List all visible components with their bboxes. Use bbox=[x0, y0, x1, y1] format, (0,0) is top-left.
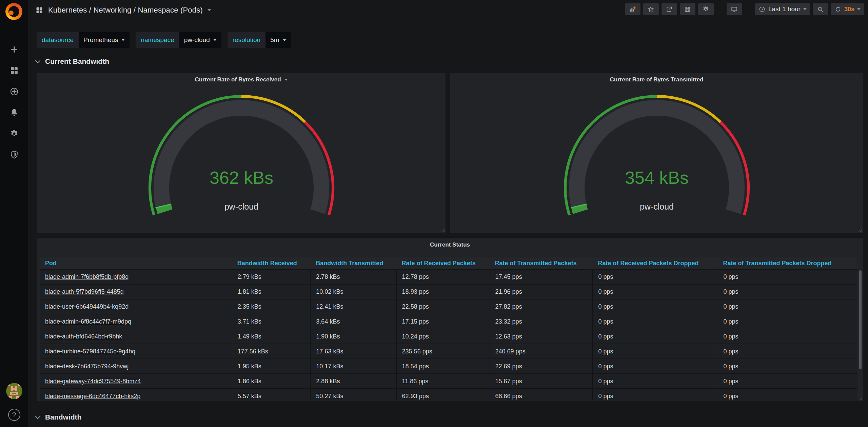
pod-cell: blade-admin-6f8c44c7f7-m9dpq bbox=[40, 314, 232, 329]
pod-link[interactable]: blade-message-6dc46477cb-hks2p bbox=[45, 393, 140, 400]
variable-datasource-select[interactable]: Prometheus bbox=[79, 32, 130, 48]
table-row: blade-desk-7b6475b794-9hvwj1.95 kBs10.17… bbox=[40, 359, 857, 374]
dashboard-settings-button[interactable] bbox=[698, 3, 714, 15]
sidebar-item-create[interactable] bbox=[9, 45, 19, 54]
save-button[interactable] bbox=[680, 3, 695, 15]
value-cell: 0 pps bbox=[718, 374, 858, 389]
value-cell: 2.78 kBs bbox=[310, 270, 396, 285]
panel-resize-handle[interactable] bbox=[441, 228, 445, 232]
grafana-logo-icon[interactable] bbox=[5, 3, 22, 20]
sidebar-item-server-admin[interactable] bbox=[9, 150, 19, 159]
value-cell: 235.56 pps bbox=[396, 344, 490, 359]
column-header[interactable]: Bandwidth Received bbox=[232, 257, 311, 270]
panel-title[interactable]: Current Rate of Bytes Transmitted bbox=[450, 73, 863, 85]
value-cell: 0 pps bbox=[718, 389, 858, 401]
panel-title[interactable]: Current Rate of Bytes Received bbox=[37, 73, 446, 85]
variable-resolution-label: resolution bbox=[228, 32, 265, 48]
panel-title[interactable]: Current Status bbox=[37, 238, 863, 250]
pod-link[interactable]: blade-turbine-579847745c-9g4hq bbox=[45, 348, 135, 355]
value-cell: 0 pps bbox=[718, 270, 858, 285]
sidebar-item-dashboards[interactable] bbox=[9, 66, 19, 75]
gauge-track bbox=[577, 108, 737, 212]
grafana-dashboard: ? Kubernetes / Networking / Namespace (P… bbox=[0, 0, 868, 427]
pod-link[interactable]: blade-auth-bfd6464bd-r9bhk bbox=[45, 333, 122, 340]
alerting-bell-icon bbox=[9, 108, 19, 117]
refresh-interval-label[interactable]: 30s bbox=[844, 6, 854, 13]
table-row: blade-message-6dc46477cb-hks2p5.57 kBs50… bbox=[40, 389, 857, 401]
column-header[interactable]: Rate of Transmitted Packets Dropped bbox=[718, 257, 858, 270]
share-icon bbox=[666, 6, 673, 13]
value-cell: 22.69 pps bbox=[490, 359, 593, 374]
dashboards-grid-icon bbox=[9, 66, 19, 75]
value-cell: 17.45 pps bbox=[490, 270, 593, 285]
tv-monitor-icon bbox=[731, 6, 738, 13]
gauge-value-arc bbox=[579, 206, 580, 212]
section-title: Current Bandwidth bbox=[45, 57, 109, 65]
pod-link[interactable]: blade-admin-7f6bb8f5db-pfp8q bbox=[45, 273, 129, 280]
panel-title-text: Current Status bbox=[430, 241, 470, 248]
pod-link[interactable]: blade-admin-6f8c44c7f7-m9dpq bbox=[45, 318, 131, 325]
refresh-interval-caret-icon[interactable] bbox=[857, 8, 861, 10]
value-cell: 0 pps bbox=[718, 329, 858, 344]
value-cell: 21.96 pps bbox=[490, 285, 593, 299]
pod-cell: blade-message-6dc46477cb-hks2p bbox=[40, 389, 232, 401]
value-cell: 1.49 kBs bbox=[232, 329, 311, 344]
panel-menu-caret-icon[interactable] bbox=[284, 79, 288, 81]
sidebar-item-explore[interactable] bbox=[9, 87, 19, 96]
value-cell: 3.71 kBs bbox=[232, 314, 311, 329]
sidebar-item-configuration[interactable] bbox=[9, 129, 19, 138]
variable-resolution-select[interactable]: 5m bbox=[265, 32, 291, 48]
refresh-button[interactable]: 30s bbox=[831, 3, 864, 15]
title-caret-icon[interactable] bbox=[208, 9, 211, 11]
pod-link[interactable]: blade-desk-7b6475b794-9hvwj bbox=[45, 363, 129, 370]
panel-resize-handle[interactable] bbox=[858, 228, 862, 232]
value-cell: 27.82 pps bbox=[490, 299, 593, 314]
chevron-down-icon bbox=[35, 413, 41, 419]
variable-datasource-value: Prometheus bbox=[83, 36, 118, 44]
column-header[interactable]: Pod bbox=[40, 257, 232, 270]
section-title: Bandwidth bbox=[45, 413, 81, 421]
gauge-series-label: pw-cloud bbox=[639, 202, 673, 211]
user-avatar[interactable] bbox=[6, 383, 22, 399]
chevron-down-icon bbox=[213, 39, 217, 41]
table-row: blade-auth-bfd6464bd-r9bhk1.49 kBs1.90 k… bbox=[40, 329, 857, 344]
pod-link[interactable]: blade-user-6b649449b4-kq92d bbox=[45, 303, 129, 310]
panel-title-text: Current Rate of Bytes Transmitted bbox=[610, 76, 704, 83]
time-range-picker[interactable]: Last 1 hour bbox=[755, 3, 810, 15]
zoom-out-button[interactable] bbox=[813, 3, 828, 15]
dashboard-grid-icon[interactable] bbox=[35, 6, 43, 14]
add-panel-button[interactable] bbox=[625, 3, 640, 15]
panel-resize-handle[interactable] bbox=[858, 396, 862, 400]
help-button[interactable]: ? bbox=[8, 409, 20, 421]
panel-bytes-transmitted: Current Rate of Bytes Transmitted 354 kB… bbox=[450, 72, 863, 233]
table-scrollbar[interactable] bbox=[859, 270, 862, 369]
dashboard-title[interactable]: Kubernetes / Networking / Namespace (Pod… bbox=[48, 6, 203, 15]
value-cell: 3.64 kBs bbox=[310, 314, 396, 329]
star-button[interactable] bbox=[643, 3, 659, 15]
value-cell: 2.35 kBs bbox=[232, 299, 311, 314]
column-header[interactable]: Rate of Received Packets bbox=[396, 257, 490, 270]
pod-link[interactable]: blade-gateway-74dc975549-8bmz4 bbox=[45, 378, 141, 385]
value-cell: 0 pps bbox=[718, 299, 858, 314]
row-bandwidth[interactable]: Bandwidth bbox=[36, 411, 81, 423]
value-cell: 5.57 kBs bbox=[232, 389, 311, 401]
variable-namespace-select[interactable]: pw-cloud bbox=[179, 32, 221, 48]
add-panel-icon bbox=[629, 6, 636, 13]
value-cell: 0 pps bbox=[718, 344, 858, 359]
value-cell: 0 pps bbox=[718, 359, 858, 374]
help-question-icon: ? bbox=[12, 411, 16, 419]
cycle-view-mode-button[interactable] bbox=[727, 3, 742, 15]
row-current-bandwidth[interactable]: Current Bandwidth bbox=[36, 55, 109, 67]
value-cell: 1.95 kBs bbox=[232, 359, 311, 374]
gear-icon bbox=[702, 6, 709, 13]
column-header[interactable]: Rate of Transmitted Packets bbox=[490, 257, 593, 270]
share-button[interactable] bbox=[662, 3, 677, 15]
column-header[interactable]: Rate of Received Packets Dropped bbox=[592, 257, 717, 270]
sidebar-nav bbox=[0, 45, 28, 159]
value-cell: 1.81 kBs bbox=[232, 285, 311, 299]
sidebar-item-alerting[interactable] bbox=[9, 108, 19, 117]
column-header[interactable]: Bandwidth Transmitted bbox=[310, 257, 396, 270]
pod-link[interactable]: blade-auth-5f7bd96ff5-4485q bbox=[45, 288, 124, 295]
gauge-chart: 354 kBs pw-cloud bbox=[555, 90, 758, 216]
table-row: blade-admin-7f6bb8f5db-pfp8q2.79 kBs2.78… bbox=[40, 270, 857, 285]
